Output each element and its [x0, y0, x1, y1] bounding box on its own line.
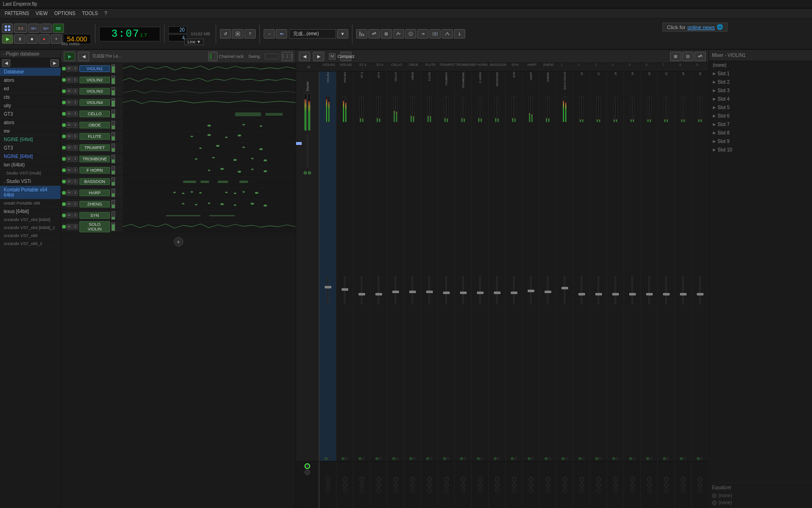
bot-send-3-0[interactable] [326, 488, 330, 493]
ch-send-1-7[interactable] [443, 457, 446, 460]
bot-send-1-14[interactable] [562, 477, 567, 482]
ch-pattern-violin3[interactable] [122, 86, 296, 96]
mixer-strip-9[interactable]: F HORN [472, 71, 489, 461]
ch-send-1-18[interactable] [629, 457, 632, 460]
ch-send-2-2[interactable] [362, 457, 365, 460]
sidebar-item-orzando3[interactable]: orzando VST_x86 [0, 232, 61, 240]
ch-name-flute[interactable]: FLUTE [79, 133, 110, 140]
bot-send-1-0[interactable] [326, 477, 330, 482]
sidebar-header[interactable]: - Plugin database [0, 50, 61, 58]
bot-send-1-7[interactable] [444, 477, 449, 482]
ch-send-2-6[interactable] [429, 457, 432, 460]
fader-handle-10[interactable] [494, 292, 500, 294]
ch-send-1-15[interactable] [578, 457, 581, 460]
bot-send-1-16[interactable] [596, 477, 601, 482]
sidebar-fwd[interactable]: ▶ [50, 59, 59, 67]
ch-active-violin4[interactable] [62, 101, 66, 104]
mixer-btn8[interactable] [442, 29, 453, 39]
ch-send-1-4[interactable] [392, 457, 395, 460]
rack-icon-ch[interactable] [208, 52, 218, 61]
mixer-strip-8[interactable]: TROMBONE [455, 71, 472, 461]
ch-pattern-violin1[interactable] [122, 64, 296, 74]
sidebar-item-orzando2[interactable]: orzando VST_x64 [64bit]_2 [0, 224, 61, 232]
mx-btn1[interactable]: ⊞ [670, 52, 681, 61]
fader-handle-9[interactable] [477, 292, 484, 294]
fader-handle-16[interactable] [595, 293, 602, 295]
preset-display[interactable]: 完成...(eme) [289, 29, 336, 39]
ch-send-1-12[interactable] [528, 457, 531, 460]
right-slot-6[interactable]: ▶ Slot 6 [709, 112, 812, 120]
ch-active-cello[interactable] [62, 112, 66, 116]
ch-send-2-14[interactable] [565, 457, 568, 460]
ch-send-2-7[interactable] [446, 457, 449, 460]
ch-name-syn[interactable]: SYN [79, 212, 110, 219]
ch-name-violin1[interactable]: VIOLIN1 [79, 65, 110, 72]
mixer-strip-12[interactable]: HARP [523, 71, 539, 461]
ch-send-1-2[interactable] [359, 457, 361, 460]
bot-send-3-10[interactable] [495, 488, 500, 493]
sidebar-item-kontakt86[interactable]: ontakt Portable x86 [0, 199, 61, 207]
bot-send-2-16[interactable] [596, 483, 601, 487]
sidebar-item-studio-multi[interactable]: . Studio VSTi (multi) [0, 169, 61, 177]
mixer-strip-18[interactable]: 19 [624, 71, 641, 461]
fader-handle-15[interactable] [578, 293, 585, 295]
ch-pattern-zheng[interactable] [122, 199, 296, 209]
sidebar-back[interactable]: ◀ [2, 59, 10, 67]
bot-send-3-6[interactable] [427, 488, 432, 493]
ch-mute-violin4[interactable]: M [66, 100, 72, 105]
ch-send-2-8[interactable] [463, 457, 466, 460]
ch-mute-zheng[interactable]: M [66, 201, 72, 207]
ch-send-1-16[interactable] [595, 457, 598, 460]
add-btn[interactable]: + [51, 34, 62, 44]
ch-solo-soloviolin[interactable]: S [72, 224, 78, 230]
master-channel[interactable]: Master [296, 71, 320, 461]
ch-send-2-9[interactable] [480, 457, 483, 460]
ch-pattern-syn[interactable] [122, 210, 296, 221]
bot-send-2-3[interactable] [376, 483, 381, 487]
mixer-strip-0[interactable]: VIOLIN1 [320, 71, 336, 461]
bot-send-2-8[interactable] [461, 483, 466, 487]
ch-level-violin2[interactable] [111, 76, 115, 84]
ch-send-1-13[interactable] [545, 457, 547, 460]
ch-mute-oboe[interactable]: M [66, 122, 72, 128]
ch-send-2-10[interactable] [497, 457, 500, 460]
bot-send-2-13[interactable] [546, 483, 550, 487]
bot-send-1-3[interactable] [376, 477, 381, 482]
ch-name-violin3[interactable]: VIOLIN3 [79, 88, 110, 95]
fader-handle-11[interactable] [511, 292, 517, 294]
ch-solo-cello[interactable]: S [72, 111, 78, 117]
ch-solo-violin3[interactable]: S [72, 88, 78, 94]
ch-level-syn[interactable] [111, 211, 115, 220]
ch-name-trombone[interactable]: TROMBONE [79, 156, 110, 162]
ch-active-violin1[interactable] [62, 67, 66, 71]
ch-active-harp[interactable] [62, 191, 66, 195]
mixer-strip-19[interactable]: 20 [641, 71, 658, 461]
ch-send-1-3[interactable] [375, 457, 378, 460]
rack-prev-btn[interactable]: ◀ [78, 52, 89, 61]
ch-send-2-15[interactable] [582, 457, 585, 460]
ch-level-cello[interactable] [111, 110, 115, 118]
menu-patterns[interactable]: PATTERNS [2, 10, 32, 17]
ch-active-fhorn[interactable] [62, 168, 66, 172]
play-btn[interactable]: ▶ [2, 34, 13, 44]
ch-pattern-soloviolin[interactable] [122, 222, 296, 232]
fader-handle-21[interactable] [680, 293, 687, 295]
pattern-btn[interactable]: W+ [28, 24, 39, 33]
ch-send-1-9[interactable] [477, 457, 480, 460]
ch-level-harp[interactable] [111, 189, 115, 197]
mx-btn2[interactable]: ⊟ [682, 52, 694, 61]
ch-send-2-11[interactable] [514, 457, 517, 460]
ch-level-flute[interactable] [111, 132, 115, 141]
ch-pattern-fhorn[interactable] [122, 165, 296, 175]
mixer-btn4[interactable] [393, 29, 404, 39]
ch-send-2-0[interactable] [328, 457, 331, 460]
mixer-strip-14[interactable]: SOLO VIOLIN [556, 71, 573, 461]
bot-send-3-7[interactable] [444, 488, 449, 493]
ch-send-2-5[interactable] [413, 457, 415, 460]
bot-send-1-19[interactable] [647, 477, 652, 482]
fader-handle-7[interactable] [443, 292, 450, 294]
bot-send-3-15[interactable] [579, 488, 584, 493]
pause-btn[interactable]: ⏸ [14, 34, 25, 44]
ch-send-2-21[interactable] [683, 457, 686, 460]
mixer-strip-21[interactable]: 22 [675, 71, 692, 461]
